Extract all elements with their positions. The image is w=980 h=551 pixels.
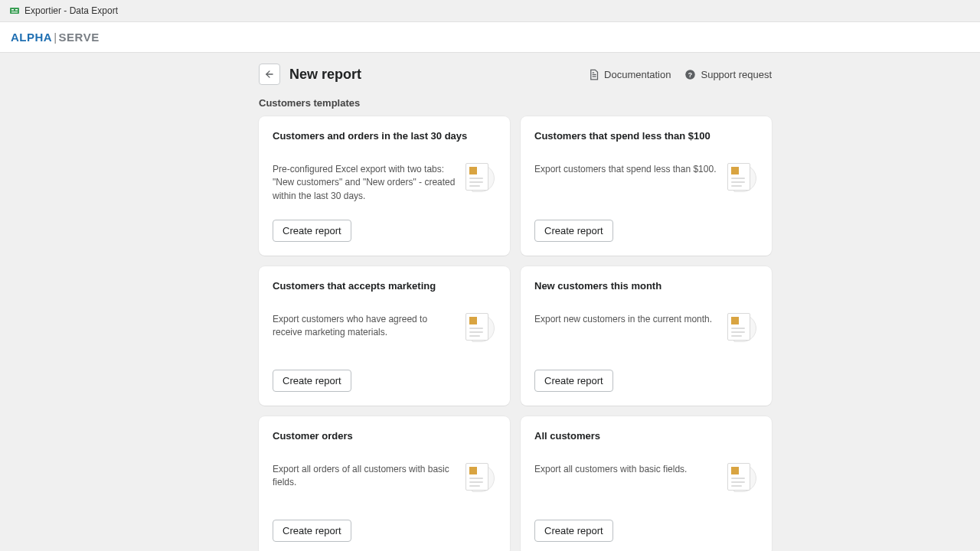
support-link[interactable]: ? Support request — [684, 69, 772, 80]
template-card: New customers this month Export new cust… — [521, 266, 772, 406]
document-stack-icon — [726, 163, 758, 194]
documentation-label: Documentation — [604, 69, 671, 80]
brand-part1: ALPHA — [11, 31, 52, 44]
window-title: Exportier - Data Export — [24, 5, 118, 16]
template-card: Customers that spend less than $100 Expo… — [521, 116, 772, 256]
template-description: Pre-configured Excel export with two tab… — [273, 163, 456, 203]
template-title: Customers that accepts marketing — [273, 280, 496, 292]
svg-rect-1 — [11, 9, 14, 11]
create-report-button[interactable]: Create report — [273, 370, 351, 392]
document-stack-icon — [726, 313, 758, 344]
support-label: Support request — [701, 69, 772, 80]
template-title: Customer orders — [273, 430, 496, 442]
brand-separator: | — [54, 31, 57, 44]
svg-rect-0 — [10, 8, 19, 14]
template-card: Customer orders Export all orders of all… — [259, 416, 510, 551]
brand-logo: ALPHA | SERVE — [11, 31, 100, 44]
documentation-link[interactable]: Documentation — [588, 69, 671, 80]
template-description: Export customers that spend less than $1… — [534, 163, 718, 176]
app-icon — [9, 5, 20, 16]
create-report-button[interactable]: Create report — [273, 220, 351, 242]
template-description: Export all customers with basic fields. — [534, 463, 718, 476]
document-stack-icon — [726, 463, 758, 494]
create-report-button[interactable]: Create report — [534, 220, 613, 242]
document-icon — [588, 69, 599, 80]
document-stack-icon — [464, 313, 496, 344]
page-title: New report — [289, 67, 361, 83]
svg-rect-3 — [11, 11, 18, 13]
help-icon: ? — [684, 69, 696, 80]
template-card: All customers Export all customers with … — [521, 416, 772, 551]
back-button[interactable] — [259, 64, 280, 85]
template-title: Customers that spend less than $100 — [534, 130, 758, 142]
section-customers-title: Customers templates — [259, 97, 772, 109]
template-title: All customers — [534, 430, 758, 442]
template-description: Export customers who have agreed to rece… — [273, 313, 456, 340]
page-header: New report Documentation ? Support reque… — [259, 64, 772, 85]
template-title: New customers this month — [534, 280, 758, 292]
document-stack-icon — [464, 463, 496, 494]
brand-part2: SERVE — [59, 31, 100, 44]
svg-rect-2 — [15, 9, 18, 11]
template-description: Export all orders of all customers with … — [273, 463, 456, 490]
arrow-left-icon — [264, 69, 275, 80]
template-description: Export new customers in the current mont… — [534, 313, 718, 326]
create-report-button[interactable]: Create report — [534, 370, 613, 392]
template-card: Customers that accepts marketing Export … — [259, 266, 510, 406]
create-report-button[interactable]: Create report — [273, 520, 351, 542]
svg-text:?: ? — [688, 70, 692, 78]
template-title: Customers and orders in the last 30 days — [273, 130, 496, 142]
topbar: ALPHA | SERVE — [0, 22, 980, 53]
create-report-button[interactable]: Create report — [534, 520, 613, 542]
window-titlebar: Exportier - Data Export — [0, 0, 980, 22]
document-stack-icon — [464, 163, 496, 194]
template-card: Customers and orders in the last 30 days… — [259, 116, 510, 256]
